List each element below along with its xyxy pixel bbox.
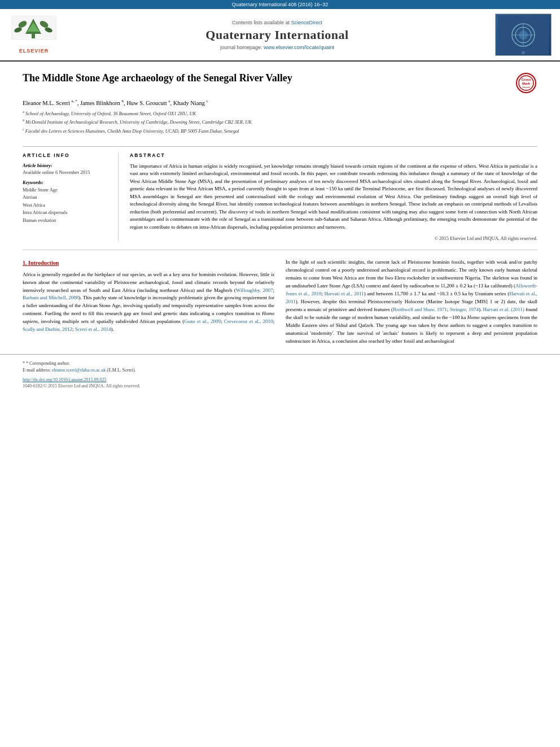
journal-header: ELSEVIER Contents lists available at Sci…	[0, 9, 560, 62]
keywords-list: Middle Stone Age Aterian West Africa Int…	[23, 186, 111, 225]
doi-line[interactable]: http://dx.doi.org/10.1016/j.quaint.2015.…	[23, 377, 537, 382]
cover-svg: QI	[498, 15, 549, 55]
email-suffix: (E.M.L. Scerri).	[107, 368, 135, 373]
homepage-link[interactable]: www.elsevier.com/locate/quaint	[264, 45, 334, 50]
keywords-label: Keywords:	[23, 180, 111, 185]
ref-gunz[interactable]: Gunz et al., 2009	[184, 318, 221, 324]
affiliation-c: c Faculté des Lettres et Sciences Humain…	[23, 127, 537, 135]
crossmark-badge[interactable]: Cross Mark	[515, 72, 537, 94]
article-title: The Middle Stone Age archaeology of the …	[23, 72, 509, 85]
email-note: E-mail address: eleanor.scerri@rlaha.ox.…	[23, 367, 537, 374]
keyword-2: Aterian	[23, 194, 111, 202]
contents-text: Contents lists available at	[232, 20, 290, 25]
corresponding-note: * * Corresponding author.	[23, 360, 537, 367]
copyright: © 2015 Elsevier Ltd and INQUA. All right…	[130, 235, 537, 241]
crossmark-icon: Cross Mark	[516, 73, 536, 93]
ref-scerri[interactable]: Scerri et al., 2014	[75, 326, 111, 332]
ref-harvati-2011c[interactable]: Harvati et al. (2011)	[483, 307, 524, 312]
article-title-section: The Middle Stone Age archaeology of the …	[0, 62, 560, 146]
ref-barham[interactable]: Barham and Mitchell, 2008	[23, 295, 78, 300]
body-col-left: 1. Introduction Africa is generally rega…	[23, 259, 274, 348]
sciencedirect-link[interactable]: ScienceDirect	[291, 20, 323, 25]
intro-para-2: In the light of such scientific insights…	[286, 259, 537, 345]
ref-scally[interactable]: Scally and Durbin, 2012	[23, 326, 72, 332]
article-info-heading: ARTICLE INFO	[23, 152, 111, 158]
intro-para-1: Africa is generally regarded as the birt…	[23, 271, 274, 334]
ref-harvati-2011b[interactable]: Harvati et al., 2011	[286, 291, 537, 304]
journal-logo-right: QI	[492, 14, 554, 56]
affiliations: a School of Archaeology, University of O…	[23, 110, 537, 135]
journal-citation-bar: Quaternary International 408 (2016) 16–3…	[0, 0, 560, 9]
elsevier-tree-logo	[11, 16, 56, 47]
homepage-text: journal homepage:	[220, 45, 262, 50]
email-label: E-mail address:	[23, 368, 51, 373]
introduction-heading: 1. Introduction	[23, 259, 274, 268]
svg-text:Cross: Cross	[521, 78, 531, 81]
keyword-4: Intra African dispersals	[23, 209, 111, 217]
info-abstract-section: ARTICLE INFO Article history: Available …	[23, 146, 537, 242]
elsevier-logo-section: ELSEVIER	[6, 14, 62, 56]
info-abstract-flex: ARTICLE INFO Article history: Available …	[23, 152, 537, 242]
abstract-heading: ABSTRACT	[130, 152, 537, 158]
authors-line: Eleanor M.L. Scerri a, *, James Blinkhor…	[23, 99, 537, 106]
issn-line: 1040-6182/© 2015 Elsevier Ltd and INQUA.…	[23, 383, 537, 388]
doi-link[interactable]: http://dx.doi.org/10.1016/j.quaint.2015.…	[23, 377, 107, 382]
keyword-3: West Africa	[23, 202, 111, 209]
ref-allsworth[interactable]: Allsworth-Jones et al., 2010	[286, 283, 537, 296]
journal-title: Quaternary International	[68, 28, 487, 42]
journal-cover-image: QI	[495, 14, 552, 56]
contents-line: Contents lists available at ScienceDirec…	[68, 20, 487, 25]
history-value: Available online 6 November 2015	[23, 169, 111, 175]
section-divider	[23, 250, 537, 250]
body-col-right: In the light of such scientific insights…	[286, 259, 537, 348]
ref-harvati-2011a[interactable]: Harvati et al., 2011	[325, 291, 364, 296]
svg-text:QI: QI	[522, 51, 524, 54]
journal-center-info: Contents lists available at ScienceDirec…	[68, 14, 487, 56]
abstract-text: The importance of Africa in human origin…	[130, 163, 537, 231]
corresponding-label: * Corresponding author.	[26, 361, 70, 366]
journal-homepage: journal homepage: www.elsevier.com/locat…	[68, 45, 487, 50]
journal-citation: Quaternary International 408 (2016) 16–3…	[232, 2, 329, 7]
affiliation-a: a School of Archaeology, University of O…	[23, 110, 537, 117]
history-label: Article history:	[23, 163, 111, 168]
ref-stringer[interactable]: Stringer, 1974	[450, 307, 479, 312]
abstract-panel: ABSTRACT The importance of Africa in hum…	[127, 152, 537, 242]
ref-brothwell[interactable]: Brothwell and Shaw, 1971	[393, 307, 447, 312]
page: Quaternary International 408 (2016) 16–3…	[0, 0, 560, 391]
author-email[interactable]: eleanor.scerri@rlaha.ox.ac.uk	[52, 368, 106, 373]
article-footer: * * Corresponding author. E-mail address…	[0, 354, 560, 391]
article-info-panel: ARTICLE INFO Article history: Available …	[23, 152, 119, 242]
affiliation-b: b McDonald Institute of Archaeological R…	[23, 118, 537, 126]
elsevier-wordmark: ELSEVIER	[19, 48, 49, 54]
keyword-5: Human evolution	[23, 217, 111, 225]
ref-willoughby[interactable]: Willoughby, 2007	[236, 287, 273, 293]
keyword-1: Middle Stone Age	[23, 186, 111, 194]
svg-text:Mark: Mark	[522, 82, 531, 85]
article-title-row: The Middle Stone Age archaeology of the …	[23, 72, 537, 94]
body-content: 1. Introduction Africa is generally rega…	[0, 259, 560, 348]
ref-crevecoeur[interactable]: Crevecoeur et al., 2010	[224, 318, 273, 324]
